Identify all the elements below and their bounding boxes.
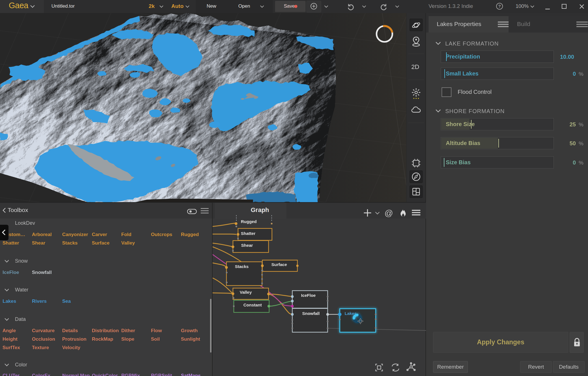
svg-text:Constant: Constant — [243, 302, 262, 307]
svg-text:Shear: Shear — [241, 243, 253, 248]
svg-text:Valley: Valley — [240, 290, 252, 295]
svg-text:Stacks: Stacks — [235, 264, 248, 269]
svg-text:Shatter: Shatter — [241, 231, 256, 236]
svg-text:IceFloe: IceFloe — [301, 293, 316, 298]
svg-text:Snowfall: Snowfall — [302, 311, 320, 316]
svg-text:Rugged: Rugged — [241, 219, 257, 224]
svg-text:Surface: Surface — [271, 262, 287, 267]
svg-text:?: ? — [498, 4, 501, 8]
